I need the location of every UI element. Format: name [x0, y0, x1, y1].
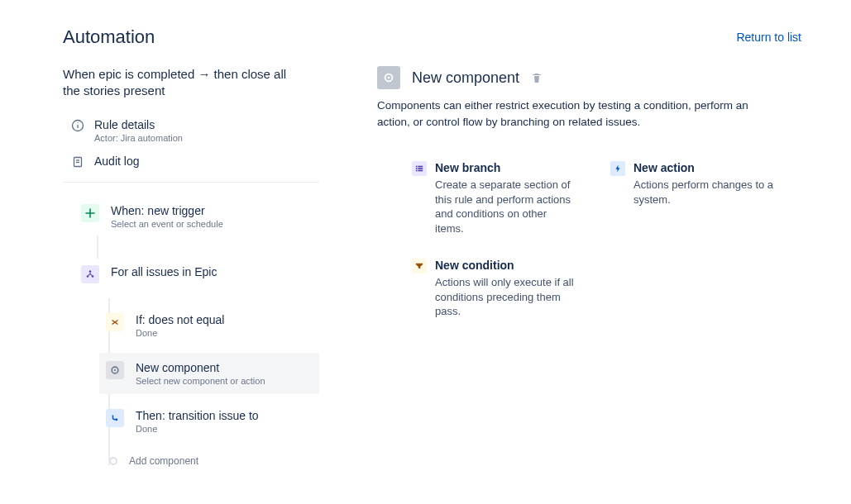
rule-details-row[interactable]: Rule details Actor: Jira automation — [63, 113, 319, 150]
page-title: Automation — [63, 26, 155, 48]
add-component-label: Add component — [129, 455, 198, 467]
details-heading: New component — [412, 69, 519, 87]
branch-icon — [81, 265, 99, 283]
condition-title: If: does not equal — [136, 313, 224, 326]
audit-log-label: Audit log — [94, 155, 139, 168]
option-condition-title: New condition — [435, 259, 577, 272]
rule-details-label: Rule details — [94, 118, 183, 131]
option-condition-desc: Actions will only execute if all conditi… — [435, 275, 577, 319]
branch-title: For all issues in Epic — [111, 265, 217, 278]
flow-action-node[interactable]: Then: transition issue to Done — [99, 401, 319, 442]
option-new-action[interactable]: New action Actions perform changes to a … — [610, 161, 776, 207]
option-new-condition[interactable]: New condition Actions will only execute … — [412, 259, 577, 319]
bolt-icon — [610, 161, 625, 176]
svg-rect-17 — [416, 170, 418, 172]
delete-icon[interactable] — [531, 72, 543, 83]
svg-rect-15 — [416, 168, 418, 169]
transition-icon — [106, 409, 124, 427]
svg-rect-16 — [418, 168, 423, 169]
add-component-button[interactable]: Add component — [99, 449, 319, 473]
svg-point-2 — [77, 122, 78, 123]
audit-log-icon — [71, 155, 84, 169]
option-new-branch[interactable]: New branch Create a separate section of … — [412, 161, 577, 235]
option-action-desc: Actions perform changes to a system. — [633, 178, 776, 207]
flow-condition-node[interactable]: If: does not equal Done — [99, 305, 319, 346]
condition-icon — [106, 313, 124, 331]
option-branch-desc: Create a separate section of this rule a… — [435, 178, 577, 235]
svg-rect-14 — [418, 166, 423, 168]
details-description: Components can either restrict execution… — [377, 97, 774, 130]
new-component-subtitle: Select new component or action — [136, 376, 265, 386]
flow-new-component-node[interactable]: New component Select new component or ac… — [99, 353, 319, 394]
info-icon — [71, 119, 84, 132]
svg-point-10 — [114, 368, 116, 370]
action-subtitle: Done — [136, 424, 259, 434]
rule-actor-label: Actor: Jira automation — [94, 133, 183, 143]
flow-trigger-node[interactable]: When: new trigger Select an event or sch… — [76, 197, 319, 235]
svg-rect-13 — [416, 166, 418, 168]
plus-icon — [81, 204, 99, 222]
svg-point-6 — [89, 270, 92, 273]
action-title: Then: transition issue to — [136, 409, 259, 422]
add-dot-icon — [109, 457, 117, 465]
new-component-icon — [106, 361, 124, 379]
rule-name: When epic is completed → then close all … — [63, 66, 319, 100]
audit-log-row[interactable]: Audit log — [63, 150, 319, 175]
component-header-icon — [377, 66, 400, 89]
list-icon — [412, 161, 427, 176]
divider — [63, 182, 319, 183]
option-action-title: New action — [633, 161, 776, 174]
svg-point-12 — [388, 77, 390, 79]
condition-subtitle: Done — [136, 328, 224, 338]
trigger-title: When: new trigger — [111, 204, 223, 217]
flow-branch-node[interactable]: For all issues in Epic — [76, 259, 319, 290]
option-branch-title: New branch — [435, 161, 577, 174]
return-to-list-link[interactable]: Return to list — [736, 31, 801, 44]
trigger-subtitle: Select an event or schedule — [111, 219, 223, 229]
filter-icon — [412, 259, 427, 273]
svg-rect-18 — [418, 170, 423, 172]
new-component-title: New component — [136, 361, 265, 374]
